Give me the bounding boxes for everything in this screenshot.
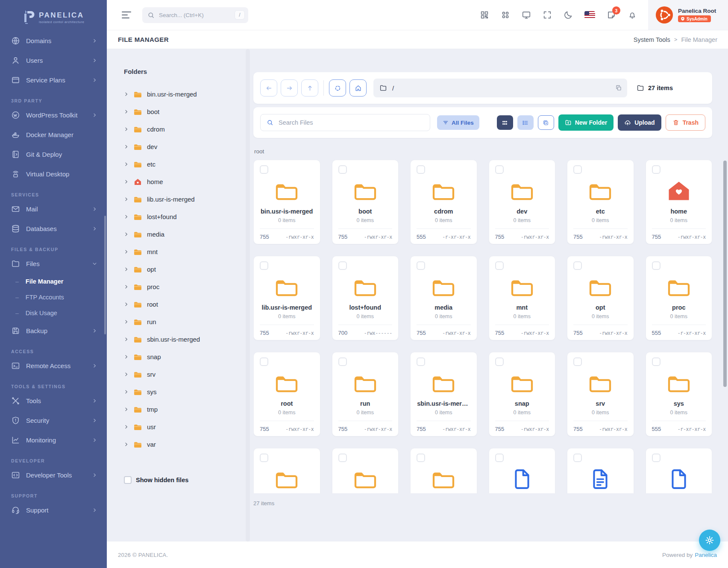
sidebar-item-support[interactable]: Support <box>0 500 107 520</box>
file-card[interactable]: lost+found0 items700-rwx------ <box>332 256 399 340</box>
file-checkbox[interactable] <box>260 454 268 462</box>
sidebar-item-domains[interactable]: Domains <box>0 31 107 50</box>
file-card[interactable]: proc0 items555-r-xr-xr-x <box>646 256 713 340</box>
tree-item-root[interactable]: root <box>124 296 246 313</box>
tree-item-proc[interactable]: proc <box>124 278 246 296</box>
sidebar-item-mail[interactable]: Mail <box>0 199 107 219</box>
tree-item-mnt[interactable]: mnt <box>124 243 246 261</box>
file-card[interactable] <box>410 448 477 493</box>
sidebar-item-databases[interactable]: Databases <box>0 219 107 238</box>
file-card[interactable]: mnt0 items755-rwxr-xr-x <box>489 256 556 340</box>
file-card[interactable]: bin.usr-is-merged0 items755-rwxr-xr-x <box>253 160 320 244</box>
sidebar-item-virtual-desktop[interactable]: Virtual Desktop <box>0 164 107 184</box>
file-checkbox[interactable] <box>573 165 582 174</box>
file-checkbox[interactable] <box>495 454 504 462</box>
file-checkbox[interactable] <box>260 261 268 270</box>
file-card[interactable] <box>253 448 320 493</box>
app-grid-button[interactable] <box>501 10 510 20</box>
file-checkbox[interactable] <box>338 357 347 366</box>
sidebar-item-developer-tools[interactable]: Developer Tools <box>0 465 107 485</box>
tree-item-lost-found[interactable]: lost+found <box>124 208 246 225</box>
file-card[interactable]: opt0 items755-rwxr-xr-x <box>567 256 634 340</box>
file-card[interactable]: run0 items755-rwxr-xr-x <box>332 352 399 436</box>
file-checkbox[interactable] <box>417 454 425 462</box>
trash-button[interactable]: Trash <box>666 114 705 131</box>
file-search-input[interactable] <box>278 119 424 126</box>
multi-select-button[interactable] <box>538 115 554 130</box>
notes-button[interactable]: 3 <box>607 10 616 20</box>
menu-toggle-button[interactable] <box>122 12 132 18</box>
tree-item-sbin-usr-is-merged[interactable]: sbin.usr-is-merged <box>124 331 246 348</box>
home-button[interactable] <box>349 79 367 97</box>
path-bar[interactable] <box>373 79 627 97</box>
tree-item-opt[interactable]: opt <box>124 261 246 278</box>
us-flag-button[interactable] <box>584 11 595 19</box>
file-checkbox[interactable] <box>495 165 504 174</box>
copy-path-button[interactable] <box>615 85 622 91</box>
sidebar-item-tools[interactable]: Tools <box>0 391 107 410</box>
file-checkbox[interactable] <box>652 357 660 366</box>
sidebar-item-security[interactable]: Security <box>0 410 107 430</box>
qr-code-button[interactable] <box>480 10 489 20</box>
file-card[interactable]: sbin.usr-is-merged0 items755-rwxr-xr-x <box>410 352 477 436</box>
tree-item-boot[interactable]: boot <box>124 103 246 120</box>
settings-fab[interactable] <box>699 530 720 551</box>
tree-item-lib-usr-is-merged[interactable]: lib.usr-is-merged <box>124 190 246 208</box>
file-card[interactable]: home0 items755-rwxr-xr-x <box>646 160 713 244</box>
sidebar-item-remote-access[interactable]: Remote Access <box>0 356 107 375</box>
file-checkbox[interactable] <box>338 165 347 174</box>
tree-item-sys[interactable]: sys <box>124 383 246 401</box>
file-card[interactable] <box>646 448 713 493</box>
file-card[interactable]: srv0 items755-rwxr-xr-x <box>567 352 634 436</box>
file-checkbox[interactable] <box>652 261 660 270</box>
tree-item-etc[interactable]: etc <box>124 155 246 173</box>
path-input[interactable] <box>391 84 611 92</box>
tree-item-tmp[interactable]: tmp <box>124 401 246 418</box>
file-card[interactable]: root0 items755-rwxr-xr-x <box>253 352 320 436</box>
file-checkbox[interactable] <box>573 261 582 270</box>
sidebar-item-backup[interactable]: Backup <box>0 321 107 340</box>
show-hidden-checkbox[interactable] <box>124 476 132 484</box>
sidebar-item-users[interactable]: Users <box>0 50 107 70</box>
file-card[interactable] <box>489 448 556 493</box>
fullscreen-button[interactable] <box>543 10 552 20</box>
tree-item-srv[interactable]: srv <box>124 366 246 383</box>
forward-button[interactable] <box>281 79 298 97</box>
file-checkbox[interactable] <box>573 454 582 462</box>
tree-item-dev[interactable]: dev <box>124 138 246 155</box>
sidebar-scrollbar[interactable] <box>104 216 106 334</box>
main-scrollbar[interactable] <box>723 161 727 387</box>
sidebar-item-git-deploy[interactable]: Git & Deploy <box>0 144 107 164</box>
file-checkbox[interactable] <box>573 357 582 366</box>
file-card[interactable]: snap0 items755-rwxr-xr-x <box>489 352 556 436</box>
sidebar-item-service-plans[interactable]: Service Plans <box>0 70 107 90</box>
file-card[interactable]: media0 items755-rwxr-xr-x <box>410 256 477 340</box>
file-checkbox[interactable] <box>260 165 268 174</box>
file-checkbox[interactable] <box>495 357 504 366</box>
back-button[interactable] <box>260 79 277 97</box>
file-card[interactable]: lib.usr-is-merged0 items755-rwxr-xr-x <box>253 256 320 340</box>
user-menu[interactable]: Panelica Root SysAdmin <box>648 0 728 30</box>
grid-view-button[interactable] <box>497 115 513 130</box>
tree-item-home[interactable]: home <box>124 173 246 190</box>
file-card[interactable]: cdrom0 items555-r-xr-xr-x <box>410 160 477 244</box>
show-hidden-toggle[interactable]: Show hidden files <box>124 476 246 484</box>
file-checkbox[interactable] <box>652 165 660 174</box>
sidebar-subitem-ftp-accounts[interactable]: –FTP Accounts <box>0 289 107 305</box>
tree-item-snap[interactable]: snap <box>124 348 246 366</box>
panel-divider[interactable] <box>246 49 250 542</box>
sidebar-item-files[interactable]: Files <box>0 254 107 273</box>
file-card[interactable]: dev0 items755-rwxr-xr-x <box>489 160 556 244</box>
file-card[interactable] <box>332 448 399 493</box>
file-checkbox[interactable] <box>652 454 660 462</box>
sidebar-item-wordpress-toolkit[interactable]: WordPress Toolkit <box>0 105 107 125</box>
tree-item-run[interactable]: run <box>124 313 246 331</box>
file-checkbox[interactable] <box>417 357 425 366</box>
tree-item-cdrom[interactable]: cdrom <box>124 120 246 138</box>
bell-button[interactable] <box>628 10 637 20</box>
sidebar-subitem-file-manager[interactable]: –File Manager <box>0 273 107 289</box>
breadcrumb-system-tools[interactable]: System Tools <box>634 36 670 43</box>
moon-button[interactable] <box>564 10 573 20</box>
global-search[interactable]: / <box>142 7 248 23</box>
sidebar-item-docker-manager[interactable]: Docker Manager <box>0 125 107 144</box>
